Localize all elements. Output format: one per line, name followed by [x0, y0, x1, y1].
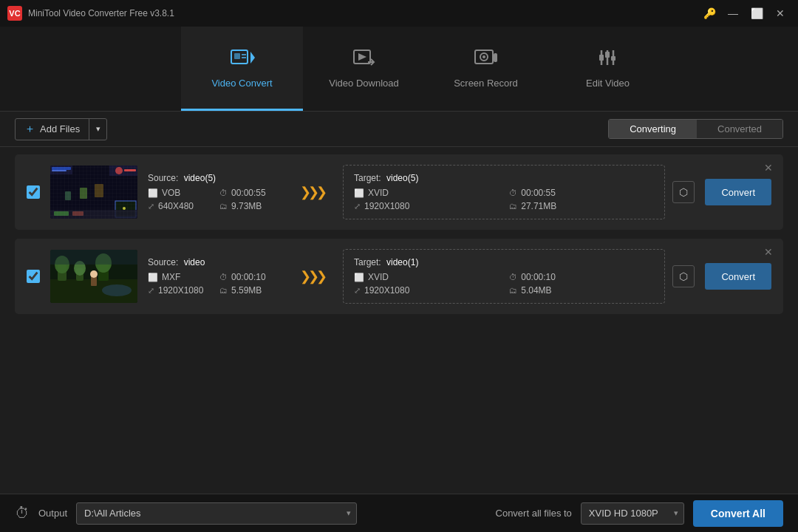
file-2-checkbox[interactable]: [27, 270, 40, 283]
edit-target-icon-1: ⬡: [679, 186, 688, 198]
nav-item-video-download[interactable]: Video Download: [303, 27, 425, 111]
resolution-icon-1: ⤢: [148, 202, 154, 211]
convert-2-button[interactable]: Convert: [705, 263, 771, 290]
file-2-target-section: Target: video(1) ⬜ XVID ⏱ 00:00:10 ⤢ 192…: [343, 249, 695, 304]
svg-point-7: [482, 55, 485, 58]
minimize-button[interactable]: —: [723, 6, 743, 21]
svg-rect-12: [50, 166, 137, 219]
bottom-bar: ⏱ Output D:\All Articles ▾ Convert all f…: [0, 494, 798, 532]
nav-label-edit-video: Edit Video: [586, 78, 630, 89]
svg-rect-21: [50, 210, 137, 219]
file-2-src-format: ⬜ MXF: [148, 272, 209, 282]
svg-rect-24: [80, 188, 87, 199]
file-1-source-meta: ⬜ VOB ⏱ 00:00:55 ⤢ 640X480 🗂 9.73MB: [148, 188, 281, 211]
video-convert-icon: [230, 47, 255, 72]
edit-video-icon: [596, 47, 621, 72]
title-bar-left: VC MiniTool Video Converter Free v3.8.1: [7, 6, 174, 21]
close-card-1-button[interactable]: ✕: [761, 160, 776, 175]
file-1-target-label: Target: video(5): [354, 173, 654, 183]
svg-rect-2: [234, 53, 240, 59]
output-path-select[interactable]: D:\All Articles: [76, 502, 357, 525]
tab-converting[interactable]: Converting: [609, 120, 697, 138]
file-1-src-size: 🗂 9.73MB: [219, 201, 281, 211]
file-1-source-label: Source: video(5): [148, 173, 281, 183]
convert-all-files-label: Convert all files to: [496, 508, 572, 519]
file-2-target-box: Target: video(1) ⬜ XVID ⏱ 00:00:10 ⤢ 192…: [343, 249, 665, 304]
svg-rect-10: [605, 52, 610, 58]
svg-marker-4: [358, 53, 366, 61]
svg-rect-23: [72, 211, 83, 216]
file-2-tgt-size: 🗂 5.04MB: [509, 285, 654, 296]
file-1-thumbnail: [50, 166, 137, 219]
edit-target-1-button[interactable]: ⬡: [672, 181, 695, 203]
title-bar: VC MiniTool Video Converter Free v3.8.1 …: [0, 0, 798, 27]
file-2-source-meta: ⬜ MXF ⏱ 00:00:10 ⤢ 1920X1080 🗂 5.59MB: [148, 272, 281, 296]
tab-converted[interactable]: Converted: [697, 120, 782, 138]
file-2-src-duration: ⏱ 00:00:10: [219, 272, 281, 282]
file-1-source-info: Source: video(5) ⬜ VOB ⏱ 00:00:55 ⤢ 640X…: [148, 173, 281, 211]
convert-all-button[interactable]: Convert All: [693, 500, 783, 527]
file-1-tgt-format: ⬜ XVID: [354, 188, 499, 198]
svg-rect-22: [54, 211, 69, 216]
file-2-thumbnail: [50, 250, 137, 303]
file-2-target-meta: ⬜ XVID ⏱ 00:00:10 ⤢ 1920X1080 🗂 5.04MB: [354, 272, 654, 296]
maximize-button[interactable]: ⬜: [746, 6, 767, 21]
convert-all-format-select[interactable]: XVID HD 1080P: [581, 502, 684, 525]
add-files-button[interactable]: ＋ Add Files: [16, 119, 89, 140]
file-1-tgt-size: 🗂 27.71MB: [509, 201, 654, 211]
convert-arrows-1: ❯❯❯: [291, 184, 332, 200]
file-card-2: Source: video ⬜ MXF ⏱ 00:00:10 ⤢ 1920X10…: [15, 239, 783, 314]
add-files-dropdown-button[interactable]: ▾: [89, 119, 106, 140]
edit-target-2-button[interactable]: ⬡: [672, 265, 695, 287]
svg-rect-26: [65, 191, 71, 200]
file-2-target-label: Target: video(1): [354, 257, 654, 267]
file-2-tgt-format: ⬜ XVID: [354, 272, 499, 282]
svg-rect-15: [52, 170, 66, 171]
file-1-src-format: ⬜ VOB: [148, 188, 209, 198]
format-icon-1: ⬜: [148, 188, 158, 198]
svg-rect-14: [52, 167, 71, 170]
svg-rect-9: [599, 55, 604, 61]
convert-1-button[interactable]: Convert: [705, 179, 771, 205]
file-1-src-duration: ⏱ 00:00:55: [219, 188, 281, 198]
tgt-format-icon-1: ⬜: [354, 188, 364, 198]
svg-point-20: [123, 207, 126, 210]
close-button[interactable]: ✕: [770, 6, 791, 21]
video-download-icon: [352, 47, 377, 72]
nav-item-video-convert[interactable]: Video Convert: [181, 27, 303, 111]
clock-icon-2: ⏱: [219, 273, 228, 282]
thumb-1-content: [50, 166, 137, 219]
svg-rect-19: [115, 201, 136, 217]
toolbar: ＋ Add Files ▾ Converting Converted: [0, 112, 798, 147]
arrows-icon-1: ❯❯❯: [300, 184, 324, 200]
nav-item-screen-record[interactable]: Screen Record: [425, 27, 547, 111]
screen-record-icon: [474, 47, 499, 72]
add-files-plus-icon: ＋: [24, 122, 35, 136]
size-icon-1: 🗂: [219, 202, 228, 211]
close-card-2-button[interactable]: ✕: [761, 245, 776, 259]
svg-rect-18: [124, 169, 136, 171]
nav-label-video-convert: Video Convert: [211, 78, 272, 89]
add-files-label: Add Files: [40, 123, 80, 134]
file-2-source-label: Source: video: [148, 257, 281, 267]
file-1-checkbox[interactable]: [27, 185, 40, 199]
arrows-icon-2: ❯❯❯: [300, 268, 324, 284]
title-bar-title: MiniTool Video Converter Free v3.8.1: [28, 8, 174, 18]
title-bar-controls: 🔑 — ⬜ ✕: [699, 6, 791, 21]
output-clock-icon: ⏱: [15, 505, 30, 522]
file-2-src-resolution: ⤢ 1920X1080: [148, 285, 209, 296]
file-2-tgt-duration: ⏱ 00:00:10: [509, 272, 654, 282]
file-1-src-resolution: ⤢ 640X480: [148, 201, 209, 211]
svg-point-17: [115, 167, 123, 174]
svg-marker-1: [250, 52, 255, 64]
file-1-target-meta: ⬜ XVID ⏱ 00:00:55 ⤢ 1920X1080 🗂 27.71MB: [354, 188, 654, 211]
file-2-src-size: 🗂 5.59MB: [219, 285, 281, 296]
file-2-tgt-resolution: ⤢ 1920X1080: [354, 285, 499, 296]
tabs: Converting Converted: [608, 119, 783, 139]
tgt-format-icon-2: ⬜: [354, 273, 364, 282]
key-icon-btn[interactable]: 🔑: [699, 6, 720, 21]
chevron-down-icon: ▾: [96, 124, 100, 134]
nav-item-edit-video[interactable]: Edit Video: [547, 27, 669, 111]
tgt-resolution-icon-2: ⤢: [354, 286, 361, 296]
nav-bar: Video Convert Video Download Screen Reco…: [0, 27, 798, 112]
